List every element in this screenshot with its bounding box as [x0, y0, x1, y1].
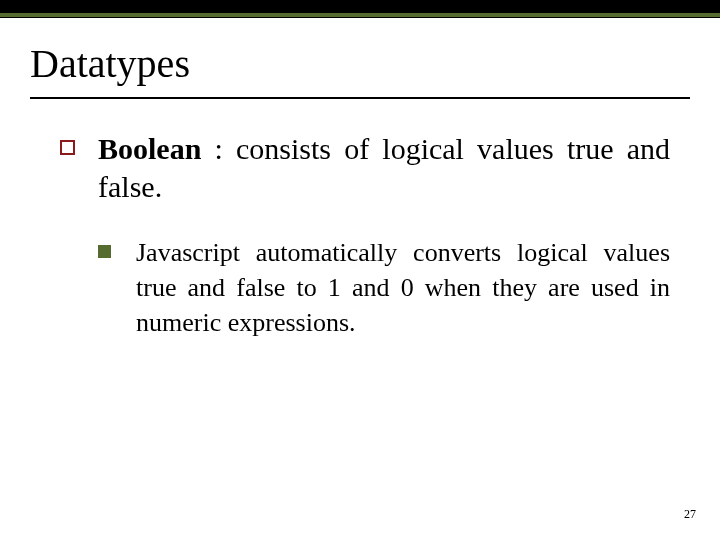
slide: Datatypes Boolean : consists of logical … [0, 0, 720, 540]
slide-title: Datatypes [30, 40, 190, 87]
bullet2-true: true [136, 273, 176, 302]
bullet-level2: Javascript automatically converts logica… [98, 235, 670, 340]
page-number: 27 [684, 507, 696, 522]
square-solid-bullet-icon [98, 245, 111, 258]
bullet2-zero: 0 [401, 273, 414, 302]
top-accent-band [0, 0, 720, 18]
bullet2-mid1: and [176, 273, 236, 302]
bullet1-sep: : [201, 132, 236, 165]
bullet2-one: 1 [328, 273, 341, 302]
bullet-level1: Boolean : consists of logical values tru… [60, 130, 670, 207]
bullet2-mid2: to [285, 273, 328, 302]
bullet2-mid3: and [341, 273, 401, 302]
title-underline [30, 97, 690, 99]
bullet2-pre: Javascript automatically converts logica… [136, 238, 670, 267]
square-outline-bullet-icon [60, 140, 75, 155]
bullet1-term: Boolean [98, 132, 201, 165]
bullet2-false: false [236, 273, 285, 302]
slide-body: Boolean : consists of logical values tru… [60, 130, 670, 340]
